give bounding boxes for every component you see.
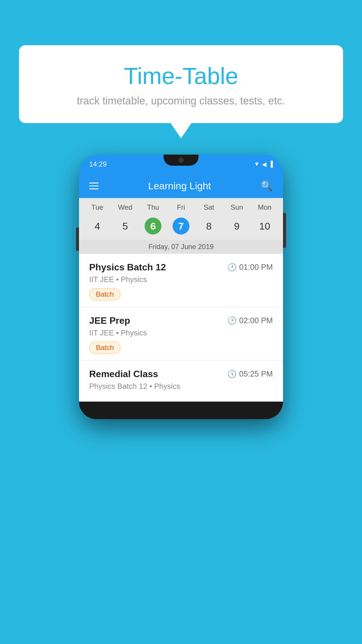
day-sat[interactable]: Sat [195,203,223,211]
day-mon[interactable]: Mon [251,203,279,211]
speech-bubble: Time-Table track timetable, upcoming cla… [19,45,343,123]
phone-bottom [79,402,283,419]
day-wed[interactable]: Wed [111,203,139,211]
schedule-item-2-time: 🕑 02:00 PM [227,316,273,325]
schedule-item-1[interactable]: Physics Batch 12 🕐 01:00 PM IIT JEE • Ph… [79,254,283,307]
date-7[interactable]: 7 [167,215,195,237]
hamburger-menu-button[interactable] [89,183,99,189]
schedule-item-3-time: 🕔 05:25 PM [227,370,273,379]
schedule-item-1-time-text: 01:00 PM [239,263,273,272]
schedule-item-1-time: 🕐 01:00 PM [227,263,273,272]
hamburger-line [89,188,99,189]
batch-tag-1: Batch [89,288,120,300]
app-title: Learning Light [148,180,211,192]
battery-icon: ▐ [269,161,273,167]
selected-date-label: Friday, 07 June 2019 [79,240,283,254]
schedule-item-1-meta: IIT JEE • Physics [89,275,273,284]
batch-tag-2: Batch [89,342,120,354]
date-9[interactable]: 9 [223,215,251,237]
schedule-item-3[interactable]: Remedial Class 🕔 05:25 PM Physics Batch … [79,360,283,402]
notch [164,155,198,166]
schedule-item-2-time-text: 02:00 PM [239,316,273,325]
clock-icon-2: 🕑 [227,316,237,325]
day-tue[interactable]: Tue [83,203,111,211]
clock-icon-1: 🕐 [227,263,237,272]
schedule-item-1-header: Physics Batch 12 🕐 01:00 PM [89,262,273,273]
speech-bubble-section: Time-Table track timetable, upcoming cla… [19,45,343,123]
schedule-item-3-meta: Physics Batch 12 • Physics [89,382,273,391]
date-today-circle: 6 [145,218,161,235]
front-camera [178,158,184,163]
schedule-item-3-header: Remedial Class 🕔 05:25 PM [89,369,273,379]
clock-icon-3: 🕔 [227,370,237,379]
calendar-days-row: Tue Wed Thu Fri Sat Sun Mon [79,198,283,214]
signal-icon: ◀ [262,161,266,168]
calendar: Tue Wed Thu Fri Sat Sun Mon 4 5 6 7 [79,198,283,254]
status-icons: ▼ ◀ ▐ [254,161,273,168]
schedule-item-3-title: Remedial Class [89,369,158,379]
schedule-item-1-title: Physics Batch 12 [89,262,166,273]
wifi-icon: ▼ [254,161,260,167]
date-8[interactable]: 8 [195,215,223,237]
schedule-item-3-time-text: 05:25 PM [239,370,273,379]
search-icon[interactable]: 🔍 [261,180,273,192]
day-sun[interactable]: Sun [223,203,251,211]
date-5[interactable]: 5 [111,215,139,237]
schedule-item-2-header: JEE Prep 🕑 02:00 PM [89,315,273,326]
volume-button [76,228,79,251]
power-button [283,213,286,248]
date-6[interactable]: 6 [139,215,167,237]
bubble-title: Time-Table [34,63,328,90]
app-content: Learning Light 🔍 Tue Wed Thu Fri Sat Sun… [79,174,283,402]
schedule-item-2[interactable]: JEE Prep 🕑 02:00 PM IIT JEE • Physics Ba… [79,307,283,360]
schedule-item-2-meta: IIT JEE • Physics [89,328,273,337]
hamburger-line [89,183,99,183]
phone-wrapper: 14:29 ▼ ◀ ▐ Learning Light 🔍 [19,155,343,419]
day-fri[interactable]: Fri [167,203,195,211]
date-4[interactable]: 4 [83,215,111,237]
date-10[interactable]: 10 [251,215,279,237]
date-selected-circle: 7 [173,218,189,235]
bubble-subtitle: track timetable, upcoming classes, tests… [34,95,328,107]
hamburger-line [89,186,99,186]
schedule-list: Physics Batch 12 🕐 01:00 PM IIT JEE • Ph… [79,254,283,402]
day-thu[interactable]: Thu [139,203,167,211]
schedule-item-2-title: JEE Prep [89,315,130,326]
status-time: 14:29 [89,160,107,168]
status-bar: 14:29 ▼ ◀ ▐ [79,155,283,174]
phone: 14:29 ▼ ◀ ▐ Learning Light 🔍 [79,155,283,419]
calendar-dates-row: 4 5 6 7 8 9 10 [79,214,283,240]
app-header: Learning Light 🔍 [79,174,283,198]
